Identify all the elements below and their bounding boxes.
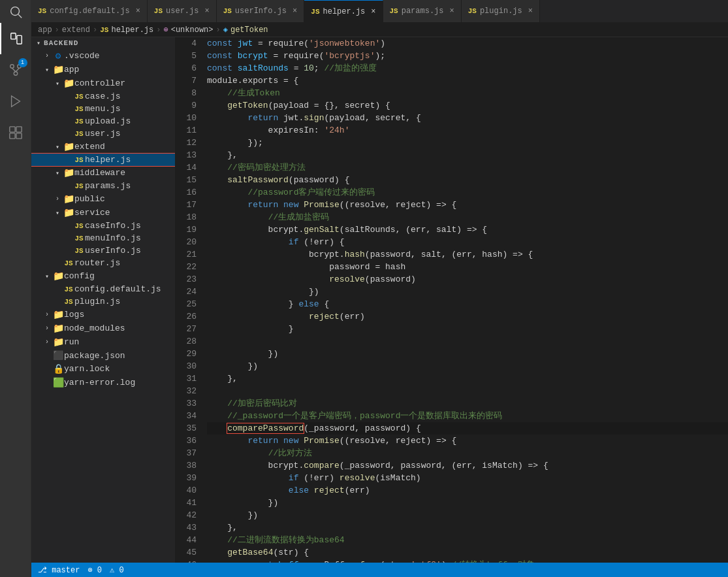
folder-icon: 📁 — [63, 193, 74, 205]
code-line-32 — [207, 385, 728, 397]
tree-arrow-icon: › — [42, 325, 52, 332]
js-file-icon: JS — [73, 247, 85, 255]
extensions-activity-icon[interactable] — [0, 117, 31, 148]
tab-userinfo[interactable]: JS userInfo.js × — [217, 0, 305, 23]
tree-item-vscode[interactable]: › ⚙ .vscode — [31, 49, 175, 63]
code-line-34: //_password一个是客户端密码，password一个是数据库取出来的密码 — [207, 410, 728, 422]
tree-item-pluginjs[interactable]: JS plugin.js — [31, 295, 175, 308]
tree-item-routerjs[interactable]: JS router.js — [31, 257, 175, 269]
tab-js-icon: JS — [223, 7, 232, 15]
code-line-41: }) — [207, 497, 728, 509]
sidebar-section-label: BACKEND — [44, 39, 78, 47]
tab-close-icon[interactable]: × — [450, 7, 454, 16]
breadcrumb-gettoken[interactable]: getToken — [230, 25, 268, 35]
breadcrumb-sep1: › — [55, 25, 59, 35]
tree-item-logs[interactable]: › 📁 logs — [31, 308, 175, 321]
breadcrumb-app[interactable]: app — [38, 25, 52, 35]
folder-icon: 📁 — [52, 323, 64, 334]
tree-arrow-icon: ▾ — [52, 169, 63, 177]
tree-label: .vscode — [64, 51, 100, 61]
tab-plugin[interactable]: JS plugin.js × — [462, 0, 540, 23]
tree-item-run[interactable]: › 📁 run — [31, 335, 175, 349]
svg-rect-3 — [16, 35, 21, 44]
code-line-23: resolve(password) — [207, 273, 728, 286]
sidebar-section-backend[interactable]: ▾ BACKEND — [31, 37, 175, 49]
collapse-arrow-icon: ▾ — [37, 39, 41, 47]
tab-config-default[interactable]: JS config.default.js × — [31, 0, 148, 23]
tree-item-uploadjs[interactable]: JS upload.js — [31, 115, 175, 127]
code-line-16: //password客户端传过来的密码 — [207, 186, 728, 199]
run-activity-icon[interactable] — [0, 86, 31, 117]
tree-item-extend[interactable]: ▾ 📁 extend — [31, 140, 175, 154]
tree-arrow-icon: ▾ — [52, 80, 63, 88]
tree-label: user.js — [85, 129, 121, 139]
tab-label: userInfo.js — [235, 7, 287, 16]
tab-close-icon[interactable]: × — [136, 7, 140, 16]
tree-arrow-icon: › — [42, 52, 52, 59]
tree-item-helperjs[interactable]: JS helper.js — [31, 154, 175, 166]
tree-item-controller[interactable]: ▾ 📁 controller — [31, 76, 175, 90]
tree-item-public[interactable]: › 📁 public — [31, 192, 175, 206]
tab-close-icon[interactable]: × — [371, 7, 375, 16]
code-editor[interactable]: const jwt = require('jsonwebtoken') cons… — [204, 37, 728, 563]
search-activity-icon[interactable] — [0, 0, 31, 23]
tree-label: yarn-error.log — [64, 378, 135, 387]
code-line-43: }, — [207, 521, 728, 534]
folder-open-icon: 📁 — [63, 167, 74, 178]
tree-arrow-icon: ▾ — [52, 143, 63, 151]
folder-open-icon: 📁 — [63, 78, 74, 89]
js-file-icon: JS — [63, 286, 74, 293]
tree-arrow-icon: › — [42, 338, 52, 346]
tree-item-config[interactable]: ▾ 📁 config — [31, 269, 175, 283]
tree-item-yarnerror[interactable]: 🟩 yarn-error.log — [31, 376, 175, 389]
tree-item-userjs-controller[interactable]: JS user.js — [31, 127, 175, 140]
tab-close-icon[interactable]: × — [293, 7, 297, 16]
tab-params[interactable]: JS params.js × — [383, 0, 462, 23]
code-line-38: bcrypt.compare(_password, password, (err… — [207, 459, 728, 472]
breadcrumb-unknown[interactable]: <unknown> — [171, 25, 214, 35]
tree-item-middleware[interactable]: ▾ 📁 middleware — [31, 166, 175, 180]
tree-item-app[interactable]: ▾ 📁 app — [31, 63, 175, 76]
tab-close-icon[interactable]: × — [528, 7, 533, 16]
tab-close-icon[interactable]: × — [204, 7, 209, 16]
tab-js-icon: JS — [390, 7, 398, 15]
tab-helper[interactable]: JS helper.js × — [304, 0, 383, 23]
tree-item-paramsjs[interactable]: JS params.js — [31, 180, 175, 192]
tab-user[interactable]: JS user.js × — [148, 0, 217, 23]
code-line-11: expiresIn: '24h' — [207, 124, 728, 137]
breadcrumb-sep2: › — [93, 25, 97, 35]
tree-item-yarnlock[interactable]: 🔒 yarn.lock — [31, 362, 175, 376]
code-line-8: //生成Token — [207, 87, 728, 99]
source-control-badge: 1 — [18, 58, 27, 67]
tree-label: router.js — [74, 258, 120, 268]
tree-item-caseinfo[interactable]: JS caseInfo.js — [31, 220, 175, 232]
code-line-6: const saltRounds = 10; //加盐的强度 — [207, 62, 728, 74]
tree-item-casejs[interactable]: JS case.js — [31, 90, 175, 103]
tree-label: middleware — [74, 168, 125, 178]
svg-rect-2 — [10, 33, 15, 39]
tab-js-icon: JS — [154, 7, 163, 15]
source-control-activity-icon[interactable]: 1 — [0, 54, 31, 86]
error-count[interactable]: ⊗ 0 — [87, 565, 102, 575]
tree-item-service[interactable]: ▾ 📁 service — [31, 206, 175, 220]
tree-item-menuinfo[interactable]: JS menuInfo.js — [31, 232, 175, 244]
tree-item-nodemodules[interactable]: › 📁 node_modules — [31, 321, 175, 335]
tab-label: helper.js — [323, 7, 365, 16]
tree-label: menu.js — [85, 104, 121, 114]
code-line-39: if (!err) resolve(isMatch) — [207, 472, 728, 484]
js-file-icon: JS — [63, 259, 74, 267]
code-line-33: //加密后密码比对 — [207, 397, 728, 410]
warning-count[interactable]: ⚠ 0 — [110, 565, 124, 575]
tree-item-userinfo-service[interactable]: JS userInfo.js — [31, 244, 175, 257]
tree-item-configdefaultjs[interactable]: JS config.default.js — [31, 283, 175, 295]
js-file-icon: JS — [73, 222, 85, 230]
explorer-activity-icon[interactable] — [0, 23, 31, 54]
code-line-35: comparePassword(_password, password) { — [207, 422, 728, 435]
breadcrumb-extend[interactable]: extend — [62, 25, 90, 35]
git-branch[interactable]: ⎇ master — [38, 565, 80, 575]
tree-item-packagejson[interactable]: ⬛ package.json — [31, 349, 175, 362]
breadcrumb-helper[interactable]: helper.js — [111, 25, 153, 35]
code-line-42: }) — [207, 509, 728, 521]
code-line-14: //密码加密处理方法 — [207, 161, 728, 174]
tree-item-menujs[interactable]: JS menu.js — [31, 103, 175, 115]
